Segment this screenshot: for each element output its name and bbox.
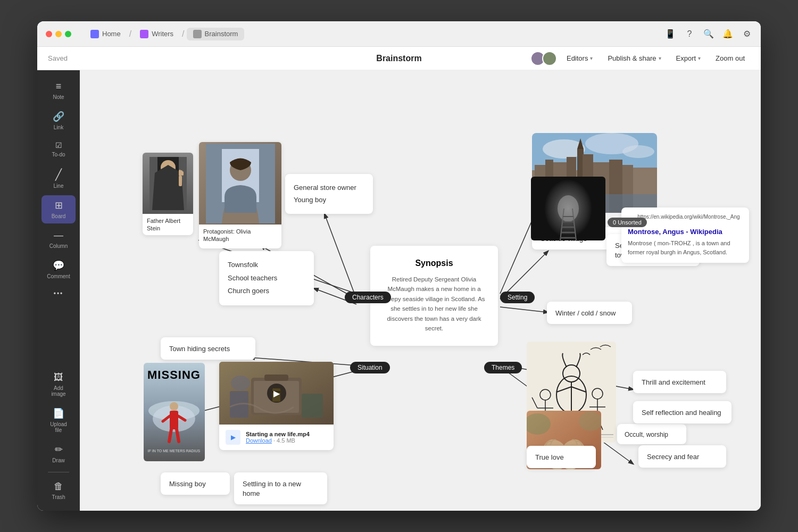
device-icon[interactable]: 📱 xyxy=(665,29,676,39)
tab-home[interactable]: Home xyxy=(84,28,127,40)
minor-chars-2-card[interactable]: Townsfolk School teachers Church goers xyxy=(219,251,314,305)
file-name: Starting a new life.mp4 xyxy=(246,431,310,437)
comment-label: Comment xyxy=(47,273,70,279)
editors-label: Editors xyxy=(567,54,588,62)
bell-icon[interactable]: 🔔 xyxy=(722,29,733,39)
todo-icon: ☑ xyxy=(55,141,62,149)
draw-label: Draw xyxy=(52,458,64,463)
window: Home / Writers / Brainstorm 📱 ? 🔍 🔔 ⚙ Sa… xyxy=(37,21,761,511)
zoom-label: Zoom out xyxy=(716,54,745,62)
missing-boy-card[interactable]: Missing boy xyxy=(161,472,230,495)
sidebar-item-trash[interactable]: 🗑 Trash xyxy=(41,477,76,504)
secrecy-card[interactable]: Secrecy and fear xyxy=(638,445,726,468)
settings-icon[interactable]: ⚙ xyxy=(742,29,752,39)
sidebar-item-more[interactable]: ••• xyxy=(41,286,76,302)
svg-rect-64 xyxy=(264,375,288,381)
maximize-button[interactable] xyxy=(65,31,71,37)
help-icon[interactable]: ? xyxy=(684,29,695,39)
svg-rect-54 xyxy=(170,411,178,429)
svg-text:MISSING: MISSING xyxy=(147,368,201,381)
link-icon: 🔗 xyxy=(53,111,64,122)
situation-chip: Situation xyxy=(350,362,390,373)
zoom-button[interactable]: Zoom out xyxy=(710,52,750,64)
thrill-card[interactable]: Thrill and excitement xyxy=(633,371,726,393)
settling-text: Settling in to a new home xyxy=(243,480,301,497)
more-icon: ••• xyxy=(54,290,64,297)
svg-rect-16 xyxy=(179,176,182,186)
publish-chevron: ▾ xyxy=(659,55,661,61)
export-chevron: ▾ xyxy=(698,55,701,61)
protagonist-label: Protagonist: Olivia McMaugh xyxy=(199,225,281,246)
video-thumbnail[interactable]: ▶ xyxy=(219,362,334,425)
sidebar-item-add-image[interactable]: 🖼 Add image xyxy=(41,368,76,401)
add-image-label: Add image xyxy=(48,385,69,397)
sidebar-item-board[interactable]: ⊞ Board xyxy=(41,195,76,223)
father-albert-card[interactable]: Father Albert Stein xyxy=(143,153,193,235)
wiki-description: Montrose ( mon-TROHZ , is a town and for… xyxy=(628,239,743,256)
titlebar: Home / Writers / Brainstorm 📱 ? 🔍 🔔 ⚙ xyxy=(37,21,761,47)
traffic-lights xyxy=(46,31,71,37)
saved-label: Saved xyxy=(48,54,68,62)
file-details: Starting a new life.mp4 Download · 4.5 M… xyxy=(246,431,310,444)
canvas[interactable]: Synopsis Retired Deputy Sergeant Olivia … xyxy=(80,70,761,511)
missing-poster[interactable]: MISSING IF IN TO ME METERS RADIUS xyxy=(144,363,205,461)
protagonist-card[interactable]: Protagonist: Olivia McMaugh xyxy=(199,142,281,248)
export-button[interactable]: Export ▾ xyxy=(671,52,706,64)
draw-icon: ✏ xyxy=(55,444,63,455)
sidebar-item-draw[interactable]: ✏ Draw xyxy=(41,439,76,468)
sidebar-item-link[interactable]: 🔗 Link xyxy=(41,106,76,135)
minor-chars-1-card[interactable]: General store owner Young boy xyxy=(285,174,373,214)
missing-boy-text: Missing boy xyxy=(169,480,206,488)
minor-chars-2-text: Townsfolk School teachers Church goers xyxy=(228,259,305,298)
themes-chip: Themes xyxy=(484,362,522,373)
sidebar-item-todo[interactable]: ☑ To-do xyxy=(41,137,76,162)
link-label: Link xyxy=(54,124,63,130)
trash-label: Trash xyxy=(52,494,65,500)
svg-line-59 xyxy=(177,429,179,442)
editors-chevron: ▾ xyxy=(590,55,593,61)
titlebar-right: 📱 ? 🔍 🔔 ⚙ xyxy=(665,29,752,39)
brainstorm-tab-icon xyxy=(193,30,202,38)
winter-card[interactable]: Winter / cold / snow xyxy=(547,302,632,324)
writers-tab-label: Writers xyxy=(152,30,173,38)
svg-point-42 xyxy=(558,195,579,222)
sidebar-item-column[interactable]: — Column xyxy=(41,226,76,253)
file-download-row: Download · 4.5 MB xyxy=(246,437,310,444)
file-size-value: 4.5 MB xyxy=(277,437,295,444)
sidebar-item-note[interactable]: ≡ Note xyxy=(41,77,76,104)
editors-button[interactable]: Editors ▾ xyxy=(561,52,598,64)
download-link[interactable]: Download xyxy=(246,437,272,444)
settling-card[interactable]: Settling in to a new home xyxy=(234,472,327,504)
true-love-card[interactable]: True love xyxy=(527,446,596,468)
occult-card[interactable]: Occult, worship xyxy=(617,424,686,444)
column-icon: — xyxy=(54,230,63,241)
sidebar-item-upload[interactable]: 📄 Upload file xyxy=(41,403,76,437)
tab-writers[interactable]: Writers xyxy=(134,28,180,40)
wikipedia-card[interactable]: W https://en.wikipedia.org/wiki/Montrose… xyxy=(621,207,749,263)
wiki-title[interactable]: Montrose, Angus - Wikipedia xyxy=(628,228,743,236)
line-label: Line xyxy=(54,183,64,189)
avatar-2 xyxy=(542,51,557,66)
svg-point-55 xyxy=(170,402,178,411)
export-label: Export xyxy=(676,54,696,62)
file-icon: ▶ xyxy=(226,430,240,445)
tab-brainstorm[interactable]: Brainstorm xyxy=(187,28,245,40)
minimize-button[interactable] xyxy=(55,31,62,37)
search-icon[interactable]: 🔍 xyxy=(703,29,714,39)
close-button[interactable] xyxy=(46,31,52,37)
sidebar-item-line[interactable]: ╱ Line xyxy=(41,164,76,193)
home-tab-label: Home xyxy=(102,30,121,38)
sidebar-divider xyxy=(48,472,69,472)
town-hiding-card[interactable]: Town hiding secrets xyxy=(161,337,255,360)
self-reflection-card[interactable]: Self reflection and healing xyxy=(633,401,732,423)
svg-line-3 xyxy=(325,214,356,299)
father-image xyxy=(143,153,193,214)
synopsis-text: Retired Deputy Sergeant Olivia McMaugh m… xyxy=(381,275,487,333)
upload-label: Upload file xyxy=(48,421,69,433)
video-card[interactable]: ▶ ▶ Starting a new life.mp4 Download · 4… xyxy=(219,362,334,450)
sidebar-item-comment[interactable]: 💬 Comment xyxy=(41,255,76,284)
winter-text: Winter / cold / snow xyxy=(555,309,616,317)
thrill-text: Thrill and excitement xyxy=(642,378,705,386)
publish-button[interactable]: Publish & share ▾ xyxy=(602,52,666,64)
play-button[interactable]: ▶ xyxy=(267,384,286,403)
